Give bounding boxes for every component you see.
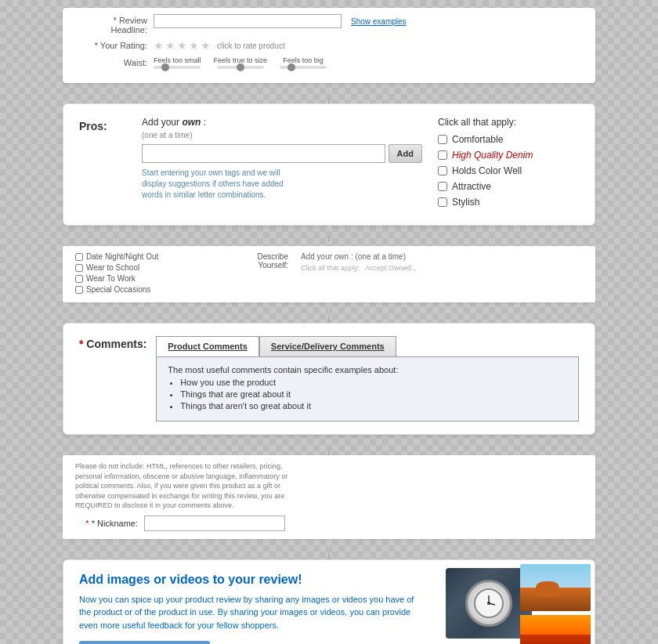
tab-service-comments[interactable]: Service/Delivery Comments <box>259 336 396 356</box>
connector-5 <box>328 544 330 559</box>
pros-add-own: Add your own : <box>142 117 422 128</box>
bullet-2: Things that are great about it <box>180 389 567 399</box>
rating-label: * Your Rating: <box>75 39 154 50</box>
cb-work-input[interactable] <box>75 275 83 283</box>
checkbox-comfortable[interactable]: Comfortable <box>438 134 579 145</box>
pros-label: Pros: <box>79 117 126 212</box>
page-wrapper: * Review Headline: Show examples * Your … <box>0 8 658 644</box>
pros-one-at-a-time: (one at a time) <box>142 131 422 139</box>
connector-2 <box>328 226 330 241</box>
checkbox-holds-color[interactable]: Holds Color Well <box>438 165 579 176</box>
click-rate-text: click to rate product <box>217 42 285 50</box>
describe-right: Add your own : (one at a time) Click all… <box>301 252 583 272</box>
disclaimer-text: Please do not include: HTML, references … <box>75 461 310 511</box>
comments-content: Product Comments Service/Delivery Commen… <box>156 336 579 421</box>
click-all-label: Click all that apply: <box>438 117 579 128</box>
star-3[interactable]: ★ <box>177 39 187 52</box>
bullet-1: How you use the product <box>180 378 567 387</box>
checkbox-high-quality-input[interactable] <box>438 150 447 160</box>
comments-section: * Comments: Product Comments Service/Del… <box>63 323 595 435</box>
show-examples-link[interactable]: Show examples <box>351 17 407 26</box>
connector-4 <box>328 440 330 455</box>
tab-content-area: The most useful comments contain specifi… <box>156 356 579 421</box>
waist-label: Waist: <box>75 56 154 67</box>
pros-text-input[interactable] <box>142 144 385 163</box>
add-images-title: Add images or videos to your review! <box>79 573 425 587</box>
checkbox-high-quality[interactable]: High Quality Denim <box>438 150 579 161</box>
cb-date-night[interactable]: Date Night/Night Out <box>75 252 216 261</box>
add-images-left: Add images or videos to your review! Now… <box>63 560 438 644</box>
star-2[interactable]: ★ <box>165 39 175 52</box>
star-4[interactable]: ★ <box>189 39 199 52</box>
image-collage <box>438 560 595 644</box>
cb-school[interactable]: Wear to School <box>75 263 216 272</box>
nickname-row: * * Nickname: <box>75 516 583 531</box>
waist-sliders: Feels too small Feels true to size Feels… <box>154 56 327 69</box>
nickname-label: * * Nickname: <box>75 519 138 528</box>
tab-intro: The most useful comments contain specifi… <box>168 365 567 374</box>
checkbox-comfortable-input[interactable] <box>438 135 447 144</box>
star-5[interactable]: ★ <box>201 39 211 52</box>
watch-face <box>465 580 512 627</box>
review-headline-input[interactable] <box>154 14 342 28</box>
middle-checkboxes: Date Night/Night Out Wear to School Wear… <box>75 252 216 294</box>
nickname-input[interactable] <box>144 516 285 531</box>
slider-too-small[interactable]: Feels too small <box>154 56 201 69</box>
connector-1 <box>328 88 330 103</box>
cb-school-input[interactable] <box>75 264 83 272</box>
tab-product-comments[interactable]: Product Comments <box>156 336 258 356</box>
desert-image <box>520 564 591 611</box>
sunset-image <box>520 615 591 644</box>
add-images-text: Now you can spice up your product review… <box>79 593 425 632</box>
cb-work[interactable]: Wear To Work <box>75 274 216 283</box>
describe-yourself-area: Describe Yourself: Add your own : (one a… <box>232 252 583 272</box>
checkbox-high-quality-label: High Quality Denim <box>452 150 533 161</box>
cb-date-night-input[interactable] <box>75 253 83 261</box>
checkbox-comfortable-label: Comfortable <box>452 134 503 145</box>
bullet-3: Things that aren't so great about it <box>180 401 567 411</box>
comments-required-star: * <box>79 338 86 350</box>
checkbox-attractive[interactable]: Attractive <box>438 181 579 192</box>
describe-yourself-label: Describe Yourself: <box>232 252 295 270</box>
star-1[interactable]: ★ <box>154 39 164 52</box>
tabs-row: Product Comments Service/Delivery Commen… <box>156 336 579 356</box>
lower-partial: Please do not include: HTML, references … <box>63 455 595 539</box>
add-images-section: Add images or videos to your review! Now… <box>63 559 595 644</box>
cb-special-input[interactable] <box>75 286 83 294</box>
comments-bullets: How you use the product Things that are … <box>180 378 567 411</box>
pros-add-button[interactable]: Add <box>389 144 422 163</box>
watch-image <box>446 568 532 639</box>
checkbox-attractive-input[interactable] <box>438 182 447 191</box>
pros-left-panel: Add your own : (one at a time) Add Start… <box>142 117 422 212</box>
pros-input-row: Add <box>142 144 422 163</box>
middle-partial: Date Night/Night Out Wear to School Wear… <box>63 246 595 302</box>
pros-section: Pros: Add your own : (one at a time) Add… <box>63 103 595 226</box>
top-form-partial: * Review Headline: Show examples * Your … <box>63 8 595 83</box>
add-images-collage <box>438 560 595 644</box>
checkbox-stylish-input[interactable] <box>438 197 447 207</box>
slider-true-size[interactable]: Feels true to size <box>214 56 268 69</box>
checkbox-holds-color-input[interactable] <box>438 166 447 175</box>
pros-right-panel: Click all that apply: Comfortable High Q… <box>438 117 579 212</box>
pros-hint-text: Start entering your own tags and we will… <box>142 168 298 201</box>
checkbox-holds-color-label: Holds Color Well <box>452 165 522 176</box>
checkbox-attractive-label: Attractive <box>452 181 491 192</box>
slider-too-big[interactable]: Feels too big <box>280 56 327 69</box>
comments-label: * Comments: <box>79 336 146 350</box>
checkbox-stylish[interactable]: Stylish <box>438 197 579 208</box>
checkbox-stylish-label: Stylish <box>452 197 479 208</box>
add-images-button[interactable]: Add images or videos › <box>79 641 210 644</box>
stars-row[interactable]: ★ ★ ★ ★ ★ click to rate product <box>154 39 285 52</box>
cb-special[interactable]: Special Occasions <box>75 285 216 294</box>
connector-3 <box>328 307 330 323</box>
svg-point-3 <box>487 602 490 605</box>
review-headline-label: * Review Headline: <box>75 14 154 34</box>
